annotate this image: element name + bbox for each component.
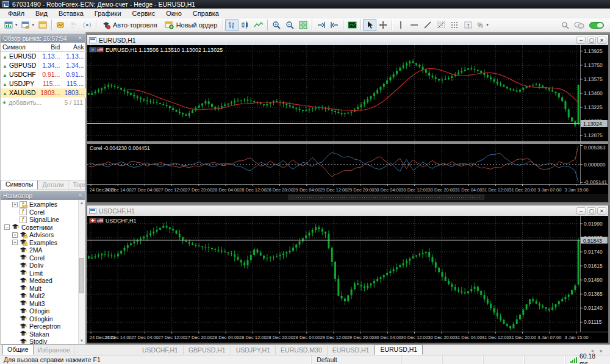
window-title-bar[interactable]: 67031490 - RoboForex-ECN: Демо-счет - He… <box>0 0 610 9</box>
navigator-item-limit[interactable]: Limit <box>1 269 85 277</box>
plus-expander-icon[interactable]: + <box>12 202 18 207</box>
channel-button[interactable] <box>448 19 461 31</box>
menu-item-вид[interactable]: Вид <box>30 9 53 18</box>
add-symbol-row[interactable]: + добавить... 5 / 111 <box>1 98 85 107</box>
navigator-item-otlogkin[interactable]: Otlogkin <box>1 315 85 323</box>
chart-tab-usdjpy-h1[interactable]: USDJPY,H1 <box>231 346 276 355</box>
cursor-button[interactable] <box>363 19 376 31</box>
navigator-item-medaed[interactable]: Medaed <box>1 277 85 285</box>
candlestick-button[interactable] <box>239 19 252 31</box>
plus-expander-icon[interactable]: + <box>12 232 18 238</box>
minus-expander-icon[interactable]: − <box>4 224 10 230</box>
usdchf-chart-canvas[interactable]: 0.919900.918650.917400.916150.914900.913… <box>87 216 608 343</box>
close-button[interactable]: ✕ <box>597 207 606 215</box>
search-icon[interactable] <box>561 21 569 29</box>
navigator-tab-избранное[interactable]: Избранное <box>34 346 75 355</box>
close-icon[interactable]: ✕ <box>77 193 82 199</box>
chart-tab-eurusd-m30[interactable]: EURUSD,M30 <box>276 346 328 355</box>
fibonacci-button[interactable] <box>434 19 448 31</box>
close-icon[interactable]: ✕ <box>77 35 82 41</box>
navigator-scrollbar[interactable]: ▲ ▼ <box>78 200 85 344</box>
scrollbar-thumb[interactable] <box>79 258 84 293</box>
menu-item-сервис[interactable]: Сервис <box>127 9 161 18</box>
navigator-item-examples[interactable]: +Examples <box>1 239 85 247</box>
arrows-button[interactable]: % ▾ <box>475 19 490 31</box>
scroll-down-icon[interactable]: ▼ <box>79 338 85 344</box>
eurusd-chart-canvas[interactable]: 1.139251.137501.135751.134001.132251.130… <box>87 45 608 202</box>
navigator-item-advisors[interactable]: +Advisors <box>1 231 85 239</box>
navigator-item-советники[interactable]: −Советники <box>1 224 85 232</box>
navigator-item-2ma[interactable]: 2MA <box>1 246 85 254</box>
navigator-item-perceptron[interactable]: Perceptron <box>1 323 85 330</box>
menu-item-окно[interactable]: Окно <box>160 9 187 18</box>
tree-item-label: Limit <box>29 269 43 277</box>
zoom-out-button[interactable] <box>283 19 296 31</box>
maximize-button[interactable]: ▢ <box>587 207 596 215</box>
market-watch-tab-торговля[interactable]: Торговля <box>69 180 85 190</box>
chart-tab-gbpusd-h1[interactable]: GBPUSD,H1 <box>184 346 231 355</box>
maximize-button[interactable]: ▢ <box>587 37 596 44</box>
auto-scroll-button[interactable] <box>314 19 328 31</box>
navigator-item-mult[interactable]: Mult <box>1 285 85 293</box>
navigator-item-signalline[interactable]: fSignalLine <box>1 216 85 224</box>
profiles-button[interactable]: ▾ <box>20 19 37 31</box>
market-watch-tab-детали[interactable]: Детали <box>38 180 68 190</box>
status-empty-segment <box>401 355 442 364</box>
navigator-title-bar[interactable]: Навигатор ✕ <box>1 191 85 200</box>
new-chart-button[interactable]: ▾ <box>2 19 20 31</box>
market-watch-title-bar[interactable]: Обзор рынка: 16:57:54 ✕ <box>1 34 85 43</box>
scroll-up-icon[interactable]: ▲ <box>79 200 85 206</box>
bar-chart-button[interactable] <box>225 19 239 31</box>
line-chart-button[interactable] <box>252 19 265 31</box>
autotrading-button[interactable]: Авто-торговля <box>98 19 161 31</box>
navigator-item-examples[interactable]: +fExamples <box>1 201 85 209</box>
market-watch-button[interactable] <box>54 19 67 31</box>
chart-tab-eurusd-h1[interactable]: EURUSD,H1 <box>375 344 423 355</box>
text-button[interactable]: T <box>461 19 475 31</box>
navigator-item-mult2[interactable]: Mult2 <box>1 292 85 300</box>
data-window-button[interactable] <box>67 19 81 31</box>
minimize-button[interactable]: – <box>576 207 586 215</box>
horizontal-line-button[interactable] <box>407 19 421 31</box>
zoom-in-button[interactable] <box>270 19 283 31</box>
column-header-ask[interactable]: Ask <box>62 43 86 52</box>
close-button[interactable]: ✕ <box>597 37 606 44</box>
navigator-item-doliv[interactable]: Doliv <box>1 262 85 269</box>
trendline-button[interactable] <box>421 19 434 31</box>
navigator-item-otlogin[interactable]: Otlogin <box>1 307 85 315</box>
plus-icon: + <box>2 99 6 106</box>
menu-item-файл[interactable]: Файл <box>2 9 30 18</box>
minimize-button[interactable]: – <box>576 37 586 44</box>
navigator-item-stakan[interactable]: Stakan <box>1 330 85 338</box>
column-header-bid[interactable]: Bid <box>38 43 62 52</box>
crosshair-button[interactable] <box>376 19 390 31</box>
status-profile[interactable]: Default <box>311 355 401 364</box>
menu-item-графики[interactable]: Графики <box>89 9 127 18</box>
chat-icon[interactable] <box>574 21 584 29</box>
plus-expander-icon[interactable]: + <box>12 240 18 245</box>
connection-toggle[interactable] <box>589 22 604 29</box>
menu-item-справка[interactable]: Справка <box>187 9 224 18</box>
navigator-item-stodiv[interactable]: Stodiv <box>1 338 85 344</box>
vertical-line-button[interactable] <box>394 19 407 31</box>
market-watch-tab-символы[interactable]: Символы <box>1 180 38 190</box>
strategy-tester-button[interactable] <box>81 19 94 31</box>
chart-tab-usdchf-h1[interactable]: USDCHF,H1 <box>137 346 184 355</box>
navigator-item-corel[interactable]: Corel <box>1 254 85 262</box>
navigator-item-mult3[interactable]: Mult3 <box>1 300 85 308</box>
chart-shift-button[interactable] <box>328 19 341 31</box>
new-order-button[interactable]: Новый ордер <box>161 19 221 31</box>
indicators-button[interactable] <box>345 19 359 31</box>
chart-window-title-bar[interactable]: EURUSD,H1 – ▢ ✕ <box>87 35 608 45</box>
menu-item-вставка[interactable]: Вставка <box>53 9 89 18</box>
navigator-button[interactable] <box>36 19 49 31</box>
chart-window-title-bar[interactable]: USDCHF,H1 – ▢ ✕ <box>87 205 608 216</box>
column-header-символ[interactable]: Символ <box>1 43 38 52</box>
navigator-tab-общие[interactable]: Общие <box>2 344 34 355</box>
navigator-item-corel[interactable]: fCorel <box>1 209 85 216</box>
svg-text:3 Jan 15:00: 3 Jan 15:00 <box>564 187 588 193</box>
new-order-label: Новый ордер <box>176 21 218 29</box>
chart-tab-eurusd-h1[interactable]: EURUSD,H1 <box>328 346 375 355</box>
tile-windows-button[interactable] <box>296 19 310 31</box>
status-connection[interactable]: 60.18 ms <box>565 355 610 364</box>
